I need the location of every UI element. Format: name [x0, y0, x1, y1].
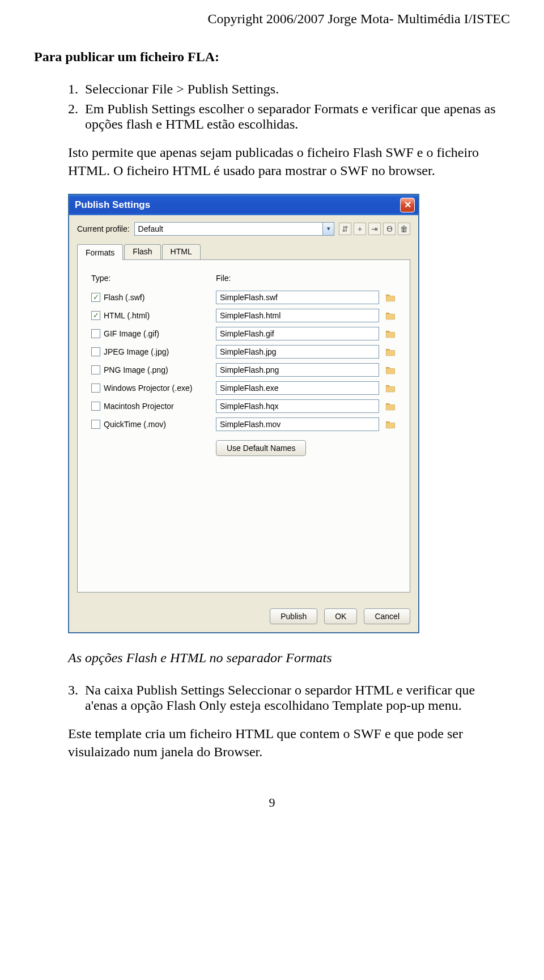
format-label: GIF Image (.gif) [104, 329, 159, 338]
profile-toolbar: ⇵ + ⇥ ϴ 🗑 [339, 223, 410, 235]
titlebar: Publish Settings ✕ [69, 195, 418, 215]
profile-label: Current profile: [77, 224, 130, 233]
browse-folder-icon[interactable] [385, 292, 396, 302]
browse-folder-icon[interactable] [385, 401, 396, 411]
profile-value: Default [138, 224, 163, 233]
filename-input[interactable]: SimpleFlash.exe [216, 381, 379, 395]
list-item-number: 2. [68, 101, 85, 132]
publish-button[interactable]: Publish [270, 608, 317, 624]
ok-button[interactable]: OK [324, 608, 357, 624]
format-label: Macintosh Projector [104, 402, 174, 411]
tab-flash[interactable]: Flash [124, 244, 160, 260]
chevron-down-icon: ▾ [322, 223, 334, 235]
profile-dropdown[interactable]: Default ▾ [134, 222, 334, 236]
format-checkbox[interactable] [91, 347, 100, 356]
add-profile-icon[interactable]: + [354, 223, 366, 235]
instruction-list: 1. Seleccionar File > Publish Settings. … [68, 82, 510, 132]
list-item-text: Em Publish Settings escolher o separador… [85, 101, 510, 132]
format-row: Flash (.swf)SimpleFlash.swf [91, 288, 396, 306]
format-row: QuickTime (.mov)SimpleFlash.mov [91, 415, 396, 433]
format-label: PNG Image (.png) [104, 365, 168, 374]
filename-input[interactable]: SimpleFlash.gif [216, 327, 379, 340]
instruction-list: 3. Na caixa Publish Settings Seleccionar… [68, 683, 510, 713]
format-label: Windows Projector (.exe) [104, 384, 192, 393]
format-row: PNG Image (.png)SimpleFlash.png [91, 361, 396, 379]
dialog-footer: Publish OK Cancel [69, 600, 418, 632]
format-checkbox[interactable] [91, 365, 100, 374]
browse-folder-icon[interactable] [385, 329, 396, 339]
type-header: Type: [91, 274, 216, 283]
list-item-number: 1. [68, 82, 85, 97]
filename-input[interactable]: SimpleFlash.html [216, 309, 379, 322]
figure-caption: As opções Flash e HTML no separador Form… [68, 650, 510, 666]
use-default-names-button[interactable]: Use Default Names [216, 440, 306, 456]
list-item-number: 3. [68, 683, 85, 713]
format-row: Macintosh ProjectorSimpleFlash.hqx [91, 397, 396, 415]
copyright-line: Copyright 2006/2007 Jorge Mota- Multiméd… [34, 11, 510, 27]
filename-input[interactable]: SimpleFlash.mov [216, 417, 379, 431]
tab-formats[interactable]: Formats [77, 244, 123, 260]
body-paragraph: Isto permite que apenas sejam publicadas… [68, 143, 510, 180]
format-row: HTML (.html)SimpleFlash.html [91, 306, 396, 325]
close-icon: ✕ [404, 199, 411, 210]
browse-folder-icon[interactable] [385, 419, 396, 429]
browse-folder-icon[interactable] [385, 383, 396, 393]
format-checkbox[interactable] [91, 329, 100, 338]
format-row: JPEG Image (.jpg)SimpleFlash.jpg [91, 343, 396, 361]
browse-folder-icon[interactable] [385, 347, 396, 357]
filename-input[interactable]: SimpleFlash.hqx [216, 399, 379, 413]
formats-panel: Type: File: Flash (.swf)SimpleFlash.swfH… [77, 259, 410, 593]
duplicate-profile-icon[interactable]: ⇥ [368, 223, 381, 235]
close-button[interactable]: ✕ [400, 198, 415, 212]
tab-html[interactable]: HTML [162, 244, 201, 260]
body-paragraph: Este template cria um ficheiro HTML que … [68, 725, 510, 761]
format-checkbox[interactable] [91, 311, 100, 320]
format-checkbox[interactable] [91, 293, 100, 302]
page-number: 9 [34, 795, 510, 810]
format-checkbox[interactable] [91, 402, 100, 411]
cancel-button[interactable]: Cancel [364, 608, 410, 624]
list-item-text: Seleccionar File > Publish Settings. [85, 82, 279, 97]
format-row: Windows Projector (.exe)SimpleFlash.exe [91, 379, 396, 397]
tab-strip: Formats Flash HTML [77, 244, 410, 260]
filename-input[interactable]: SimpleFlash.swf [216, 291, 379, 304]
format-label: HTML (.html) [104, 311, 150, 320]
browse-folder-icon[interactable] [385, 365, 396, 375]
format-checkbox[interactable] [91, 384, 100, 393]
format-label: JPEG Image (.jpg) [104, 347, 169, 356]
format-label: Flash (.swf) [104, 293, 144, 302]
filename-input[interactable]: SimpleFlash.png [216, 363, 379, 377]
format-checkbox[interactable] [91, 420, 100, 429]
delete-profile-icon[interactable]: 🗑 [398, 223, 410, 235]
publish-settings-dialog: Publish Settings ✕ Current profile: Defa… [68, 194, 419, 633]
window-title: Publish Settings [75, 199, 150, 211]
rename-profile-icon[interactable]: ϴ [383, 223, 396, 235]
format-label: QuickTime (.mov) [104, 420, 166, 429]
list-item: 3. Na caixa Publish Settings Seleccionar… [68, 683, 510, 713]
filename-input[interactable]: SimpleFlash.jpg [216, 345, 379, 359]
list-item-text: Na caixa Publish Settings Seleccionar o … [85, 683, 510, 713]
section-heading: Para publicar um ficheiro FLA: [34, 49, 510, 65]
list-item: 2. Em Publish Settings escolher o separa… [68, 101, 510, 132]
import-export-icon[interactable]: ⇵ [339, 223, 351, 235]
file-header: File: [216, 274, 231, 283]
list-item: 1. Seleccionar File > Publish Settings. [68, 82, 510, 97]
column-headers: Type: File: [91, 274, 396, 283]
profile-row: Current profile: Default ▾ ⇵ + ⇥ ϴ 🗑 [77, 222, 410, 236]
format-row: GIF Image (.gif)SimpleFlash.gif [91, 325, 396, 343]
browse-folder-icon[interactable] [385, 310, 396, 321]
